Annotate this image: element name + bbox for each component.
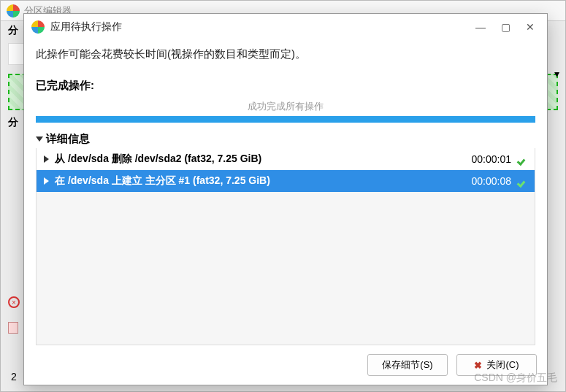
check-icon — [517, 154, 527, 164]
app-icon — [31, 20, 45, 34]
operation-row[interactable]: 在 /dev/sda 上建立 主分区 #1 (fat32, 7.25 GiB)0… — [37, 170, 535, 192]
error-icon: × — [8, 296, 20, 308]
progress-bar — [36, 116, 535, 123]
close-icon: ✖ — [474, 360, 482, 371]
pending-operations-dialog: 应用待执行操作 ― ▢ ✕ 此操作可能会花费较长时间(视操作的数目和类型而定)。… — [23, 13, 548, 385]
minimize-button[interactable]: ― — [471, 18, 490, 36]
dialog-description: 此操作可能会花费较长时间(视操作的数目和类型而定)。 — [36, 47, 535, 61]
maximize-button[interactable]: ▢ — [496, 18, 515, 36]
details-label: 详细信息 — [46, 132, 90, 146]
dialog-content: 此操作可能会花费较长时间(视操作的数目和类型而定)。 已完成操作: 成功完成所有… — [24, 40, 547, 345]
clipboard-icon — [8, 322, 18, 334]
app-icon — [7, 4, 20, 18]
details-toggle[interactable]: 详细信息 — [36, 130, 535, 148]
dialog-title: 应用待执行操作 — [50, 20, 465, 34]
operation-desc: 从 /dev/sda 删除 /dev/sda2 (fat32, 7.25 GiB… — [55, 153, 466, 166]
operation-row[interactable]: 从 /dev/sda 删除 /dev/sda2 (fat32, 7.25 GiB… — [37, 148, 535, 170]
close-button[interactable]: ✖ 关闭(C) — [456, 354, 537, 376]
operation-time: 00:00:08 — [472, 175, 512, 187]
dialog-button-bar: 保存细节(S) ✖ 关闭(C) — [24, 345, 547, 385]
operations-list[interactable]: 从 /dev/sda 删除 /dev/sda2 (fat32, 7.25 GiB… — [36, 148, 535, 345]
operation-time: 00:00:01 — [472, 153, 512, 165]
dialog-titlebar: 应用待执行操作 ― ▢ ✕ — [24, 14, 547, 40]
operation-desc: 在 /dev/sda 上建立 主分区 #1 (fat32, 7.25 GiB) — [55, 174, 466, 188]
check-icon — [517, 176, 527, 186]
chevron-right-icon — [44, 155, 49, 163]
bg-number: 2 — [11, 371, 17, 383]
chevron-right-icon — [44, 177, 49, 185]
save-details-button[interactable]: 保存细节(S) — [367, 354, 448, 376]
dropdown-caret-icon[interactable]: ▾ — [554, 68, 559, 80]
close-window-button[interactable]: ✕ — [521, 18, 540, 36]
close-label: 关闭(C) — [486, 358, 519, 372]
status-line: 成功完成所有操作 — [36, 97, 535, 116]
completed-label: 已完成操作: — [36, 79, 535, 93]
chevron-down-icon — [36, 137, 43, 142]
save-details-label: 保存细节(S) — [382, 358, 432, 372]
